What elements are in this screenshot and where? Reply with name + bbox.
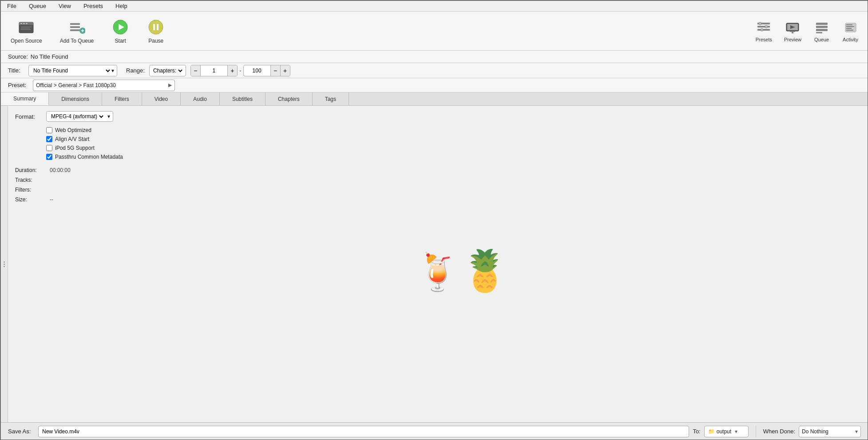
activity-button[interactable]: Activity [838, 18, 863, 44]
svg-rect-17 [153, 24, 155, 30]
filters-row: Filters: [15, 187, 861, 193]
content-inner: Format: MPEG-4 (avformat) ▾ Web Optimize… [8, 106, 868, 422]
content-area: Format: MPEG-4 (avformat) ▾ Web Optimize… [1, 106, 868, 422]
svg-rect-18 [157, 24, 159, 30]
ipod-checkbox[interactable] [46, 145, 52, 151]
title-label: Title: [8, 67, 24, 74]
queue-label: Queue [814, 37, 829, 42]
save-section: Save As: To: 📁 output ▾ [1, 426, 756, 437]
range-start-minus[interactable]: − [191, 65, 201, 76]
tab-audio[interactable]: Audio [181, 92, 220, 105]
range-end-field[interactable]: 100 [244, 65, 270, 76]
range-type-dropdown[interactable]: Chapters: [151, 67, 184, 74]
svg-rect-31 [816, 26, 828, 28]
range-end-input[interactable]: 100 − + [243, 65, 290, 76]
passthru-label[interactable]: Passthru Common Metadata [55, 154, 123, 160]
save-as-input[interactable] [38, 426, 689, 437]
web-optimized-row: Web Optimized [46, 127, 861, 133]
title-dropdown[interactable]: No Title Found [32, 67, 111, 74]
menu-view[interactable]: View [56, 2, 74, 10]
title-row: Title: No Title Found ▾ Range: Chapters:… [1, 63, 868, 78]
format-dropdown-arrow: ▾ [107, 113, 110, 120]
ipod-row: iPod 5G Support [46, 145, 861, 151]
left-splitter[interactable] [1, 106, 8, 422]
save-as-label: Save As: [8, 428, 35, 435]
presets-label: Presets [756, 37, 772, 42]
align-av-label[interactable]: Align A/V Start [55, 136, 89, 142]
format-row: Format: MPEG-4 (avformat) ▾ [15, 111, 861, 122]
range-end-minus[interactable]: − [270, 65, 280, 76]
tab-chapters[interactable]: Chapters [266, 92, 313, 105]
svg-rect-4 [26, 23, 28, 24]
svg-rect-38 [846, 30, 853, 31]
info-section: Duration: 00:00:00 Tracks: Filters: Size… [15, 167, 861, 203]
output-folder-button[interactable]: 📁 output ▾ [704, 426, 749, 437]
duration-row: Duration: 00:00:00 [15, 167, 861, 173]
when-done-select[interactable]: Do Nothing ▾ [799, 426, 861, 437]
tab-filters[interactable]: Filters [102, 92, 142, 105]
menu-presets[interactable]: Presets [81, 2, 106, 10]
pineapple-icon: 🍍 [460, 248, 510, 293]
ipod-label[interactable]: iPod 5G Support [55, 145, 95, 151]
range-start-input[interactable]: − 1 + [190, 65, 238, 76]
start-button[interactable]: Start [107, 16, 134, 47]
inner-app: File Queue View Presets Help [0, 0, 868, 440]
tab-summary[interactable]: Summary [1, 92, 49, 105]
activity-icon [843, 20, 859, 36]
svg-point-24 [761, 28, 763, 31]
title-select-container[interactable]: No Title Found ▾ [28, 65, 117, 76]
format-dropdown[interactable]: MPEG-4 (avformat) [49, 113, 105, 120]
tab-video[interactable]: Video [142, 92, 181, 105]
tracks-label: Tracks: [15, 177, 46, 183]
svg-rect-9 [70, 26, 80, 28]
presets-icon [756, 20, 772, 36]
svg-rect-13 [82, 29, 83, 32]
range-type-select[interactable]: Chapters: [149, 65, 186, 76]
source-row: Source: No Title Found [1, 51, 868, 63]
tabs-bar: Summary Dimensions Filters Video Audio S… [1, 92, 868, 106]
when-done-section: When Done: Do Nothing ▾ [756, 426, 868, 437]
folder-icon: 📁 [708, 428, 715, 435]
open-source-label: Open Source [11, 38, 42, 44]
duration-label: Duration: [15, 167, 46, 173]
toolbar-right: Presets Preview [752, 18, 863, 44]
start-icon [111, 18, 129, 36]
passthru-row: Passthru Common Metadata [46, 154, 861, 160]
tab-subtitles[interactable]: Subtitles [220, 92, 266, 105]
web-optimized-label[interactable]: Web Optimized [55, 127, 91, 133]
menu-help[interactable]: Help [113, 2, 130, 10]
format-select-container[interactable]: MPEG-4 (avformat) ▾ [46, 111, 113, 122]
toolbar: Open Source Add To Queue [1, 12, 868, 51]
svg-rect-35 [846, 24, 852, 25]
preset-select[interactable]: Official > General > Fast 1080p30 ▶ [33, 80, 175, 91]
pause-icon [147, 18, 165, 36]
preview-icon [785, 20, 801, 36]
pause-button[interactable]: Pause [143, 16, 169, 47]
svg-rect-10 [70, 29, 80, 31]
menu-queue[interactable]: Queue [26, 2, 49, 10]
svg-rect-3 [23, 23, 25, 24]
title-dropdown-arrow: ▾ [111, 68, 114, 74]
to-label: To: [693, 428, 700, 435]
presets-button[interactable]: Presets [752, 18, 776, 44]
align-av-checkbox[interactable] [46, 136, 52, 142]
preset-row: Preset: Official > General > Fast 1080p3… [1, 78, 868, 92]
web-optimized-checkbox[interactable] [46, 127, 52, 133]
tab-tags[interactable]: Tags [313, 92, 349, 105]
range-start-plus[interactable]: + [227, 65, 237, 76]
range-start-field[interactable]: 1 [201, 65, 227, 76]
preview-button[interactable]: Preview [781, 18, 805, 44]
center-decoration: 🍹🍍 [416, 244, 510, 295]
filters-label: Filters: [15, 187, 46, 193]
range-end-plus[interactable]: + [280, 65, 290, 76]
queue-icon [814, 20, 830, 36]
svg-rect-32 [816, 29, 828, 31]
queue-button[interactable]: Queue [809, 18, 834, 44]
open-source-button[interactable]: Open Source [6, 16, 47, 47]
pause-label: Pause [148, 38, 163, 44]
add-to-queue-icon [68, 18, 86, 36]
add-to-queue-button[interactable]: Add To Queue [55, 16, 99, 47]
menu-file[interactable]: File [4, 2, 19, 10]
passthru-checkbox[interactable] [46, 154, 52, 160]
tab-dimensions[interactable]: Dimensions [49, 92, 102, 105]
